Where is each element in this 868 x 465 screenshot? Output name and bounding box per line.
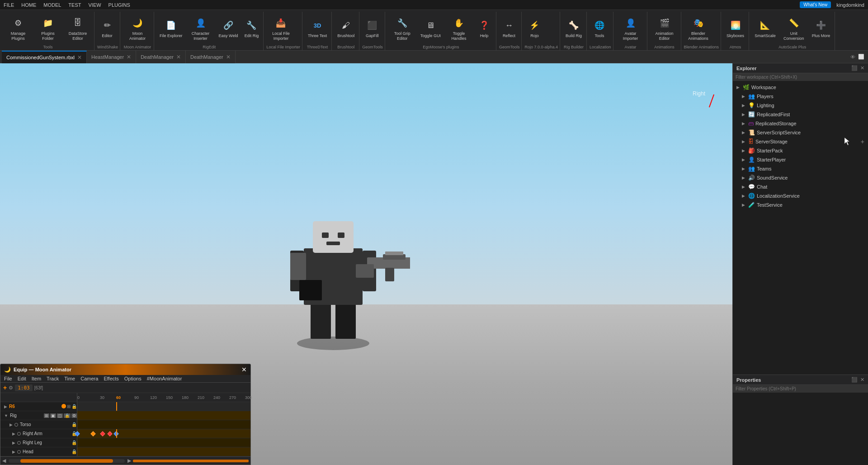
tree-item-localization-service[interactable]: ▶ 🌐 LocalizationService bbox=[733, 191, 868, 200]
gapfill-button[interactable]: ⬛ GapFill bbox=[362, 16, 382, 40]
ma-menu-camera[interactable]: Camera bbox=[80, 376, 98, 381]
right-leg-lock[interactable]: 🔒 bbox=[71, 440, 77, 445]
ma-menu-edit[interactable]: Edit bbox=[18, 376, 26, 381]
blender-animations-button[interactable]: 🎭 Blender Animations bbox=[684, 14, 713, 43]
tree-item-sound-service[interactable]: ▶ 🔊 SoundService bbox=[733, 173, 868, 182]
right-arm-track-cell[interactable] bbox=[77, 429, 250, 438]
ma-menu-effects[interactable]: Effects bbox=[104, 376, 118, 381]
ma-menu-moonanimator[interactable]: #MoonAnimator bbox=[147, 376, 182, 381]
datastore-editor-button[interactable]: 🗄 DataStore Editor bbox=[63, 14, 92, 43]
build-rig-button[interactable]: 🦴 Build Rig bbox=[563, 16, 585, 40]
properties-close-icon[interactable]: ✕ bbox=[860, 377, 864, 383]
tab-death-manager-2[interactable]: DeathManager ✕ bbox=[186, 51, 236, 63]
moon-animator-button[interactable]: 🌙 Moon Animator bbox=[123, 14, 152, 43]
toggle-gui-button[interactable]: 🖥 Toggle GUI bbox=[418, 16, 443, 40]
tree-item-starter-player[interactable]: ▶ 👤 StarterPlayer bbox=[733, 155, 868, 164]
tree-item-server-storage[interactable]: ▶ 🗄 ServerStorage + bbox=[733, 137, 868, 146]
tree-item-players[interactable]: ▶ 👥 Players bbox=[733, 92, 868, 101]
timeline-progress-bar[interactable] bbox=[133, 460, 249, 462]
viewport[interactable]: Right 🌙 Equip — Moon Animator ✕ File Edi… bbox=[0, 63, 732, 465]
tree-item-replicated-storage[interactable]: ▶ 🗃 ReplicatedStorage bbox=[733, 119, 868, 128]
character-inserter-button[interactable]: 👤 Character Inserter bbox=[186, 14, 215, 43]
plugins-folder-button[interactable]: 📁 Plugins Folder bbox=[33, 14, 62, 43]
tab-commissioned-gun[interactable]: CommissionedGunSystem.rbxl ✕ bbox=[2, 51, 87, 63]
menu-test[interactable]: TEST bbox=[68, 2, 81, 8]
ma-menu-file[interactable]: File bbox=[4, 376, 12, 381]
reflect-button[interactable]: ↔ Reflect bbox=[499, 16, 519, 40]
rig-ctrl-2[interactable]: ▣ bbox=[50, 413, 56, 418]
server-storage-add-button[interactable]: + bbox=[861, 138, 864, 145]
localization-tools-button[interactable]: 🌐 Tools bbox=[590, 16, 609, 40]
animation-editor-button[interactable]: 🎬 Animation Editor bbox=[650, 14, 679, 43]
r6-expand-arrow[interactable]: ▶ bbox=[4, 404, 7, 409]
skyboxes-button[interactable]: 🌅 Skyboxes bbox=[724, 16, 747, 40]
easy-weld-button[interactable]: 🔗 Easy Weld bbox=[216, 16, 241, 40]
tab-death-manager-1-close[interactable]: ✕ bbox=[176, 54, 181, 60]
three-text-button[interactable]: 3D Three Text bbox=[305, 16, 330, 40]
tree-item-replicated-first[interactable]: ▶ 🔄 ReplicatedFirst bbox=[733, 110, 868, 119]
avatar-importer-button[interactable]: 👤 Avatar Importer bbox=[616, 14, 645, 43]
tool-grip-editor-button[interactable]: 🔧 Tool Grip Editor bbox=[388, 14, 417, 43]
ma-menu-item[interactable]: Item bbox=[32, 376, 41, 381]
explorer-filter-input[interactable] bbox=[733, 73, 868, 81]
edit-rig-button[interactable]: 🔧 Edit Rig bbox=[241, 16, 261, 40]
properties-filter-input[interactable] bbox=[733, 385, 868, 393]
tree-item-test-service[interactable]: ▶ 🧪 TestService bbox=[733, 200, 868, 209]
tree-item-starter-pack[interactable]: ▶ 🎒 StarterPack bbox=[733, 146, 868, 155]
right-arm-expand[interactable]: ▶ bbox=[12, 432, 15, 436]
tab-heast-manager[interactable]: HeastManager ✕ bbox=[87, 51, 136, 63]
unit-conversion-button[interactable]: 📏 Unit Conversion bbox=[779, 14, 808, 43]
rig-track-cell[interactable] bbox=[77, 411, 250, 420]
tabbar-icon-1[interactable]: 👁 bbox=[850, 54, 855, 60]
tree-item-server-script-service[interactable]: ▶ 📜 ServerScriptService bbox=[733, 128, 868, 137]
torso-track-cell[interactable] bbox=[77, 420, 250, 429]
ma-add-button[interactable]: + bbox=[3, 384, 7, 391]
right-leg-track-cell[interactable] bbox=[77, 438, 250, 447]
menu-model[interactable]: MODEL bbox=[43, 2, 61, 8]
menu-plugins[interactable]: PLUGINS bbox=[108, 2, 130, 8]
properties-expand-icon[interactable]: ⬛ bbox=[851, 377, 858, 383]
tab-commissioned-gun-close[interactable]: ✕ bbox=[77, 54, 82, 61]
rig-ctrl-4[interactable]: 🔒 bbox=[64, 413, 71, 418]
menu-view[interactable]: VIEW bbox=[88, 2, 101, 8]
tree-item-lighting[interactable]: ▶ 💡 Lighting bbox=[733, 101, 868, 110]
brushtool-button[interactable]: 🖌 Brushtool bbox=[335, 16, 357, 40]
plus-more-button[interactable]: ➕ Plus More bbox=[809, 16, 833, 40]
tab-death-manager-2-close[interactable]: ✕ bbox=[226, 54, 231, 60]
manage-plugins-button[interactable]: ⚙ Manage Plugins bbox=[4, 14, 33, 43]
ma-menu-time[interactable]: Time bbox=[64, 376, 75, 381]
help-button[interactable]: ❓ Help bbox=[474, 16, 494, 40]
smart-scale-button[interactable]: 📐 SmartScale bbox=[752, 16, 778, 40]
rig-ctrl-3[interactable]: ◫ bbox=[57, 413, 63, 418]
head-track-cell[interactable] bbox=[77, 447, 250, 456]
local-file-importer-button[interactable]: 📥 Local File Importer bbox=[266, 14, 295, 43]
tree-item-workspace[interactable]: ▶ 🌿 Workspace bbox=[733, 83, 868, 92]
tree-item-chat[interactable]: ▶ 💬 Chat bbox=[733, 182, 868, 191]
explorer-close-icon[interactable]: ✕ bbox=[860, 65, 864, 71]
right-leg-expand[interactable]: ▶ bbox=[12, 441, 15, 445]
r6-lock-btn[interactable]: 🔒 bbox=[71, 404, 77, 409]
tree-item-teams[interactable]: ▶ 👥 Teams bbox=[733, 164, 868, 173]
timeline-scrollbar[interactable] bbox=[9, 459, 125, 463]
editor-button[interactable]: ✏ Editor bbox=[97, 16, 117, 40]
r6-copy-btn[interactable]: ⊞ bbox=[67, 404, 71, 409]
moon-animator-close-button[interactable]: ✕ bbox=[241, 366, 247, 373]
r6-track-cell[interactable] bbox=[77, 402, 250, 411]
torso-lock[interactable]: 🔒 bbox=[71, 422, 77, 427]
menu-file[interactable]: FILE bbox=[4, 2, 14, 8]
ma-menu-options[interactable]: Options bbox=[124, 376, 142, 381]
ma-menu-track[interactable]: Track bbox=[47, 376, 59, 381]
explorer-expand-icon[interactable]: ⬛ bbox=[851, 65, 858, 71]
torso-expand-arrow[interactable]: ▶ bbox=[9, 422, 13, 427]
toggle-handles-button[interactable]: ✋ Toggle Handles bbox=[444, 14, 473, 43]
tl-zoom-in[interactable]: ▶ bbox=[127, 458, 131, 464]
rig-ctrl-5[interactable]: ⚙ bbox=[71, 413, 77, 418]
tabbar-icon-2[interactable]: ⬜ bbox=[858, 54, 864, 60]
tl-zoom-out[interactable]: ◀ bbox=[2, 458, 6, 464]
rig-ctrl-1[interactable]: ⊞ bbox=[44, 413, 49, 418]
tab-heast-manager-close[interactable]: ✕ bbox=[127, 54, 131, 60]
ma-settings-btn[interactable]: ⚙ bbox=[9, 385, 13, 391]
file-explorer-button[interactable]: 📄 File Explorer bbox=[157, 16, 185, 40]
tab-death-manager-1[interactable]: DeathManager ✕ bbox=[136, 51, 186, 63]
head-lock[interactable]: 🔒 bbox=[71, 449, 77, 454]
